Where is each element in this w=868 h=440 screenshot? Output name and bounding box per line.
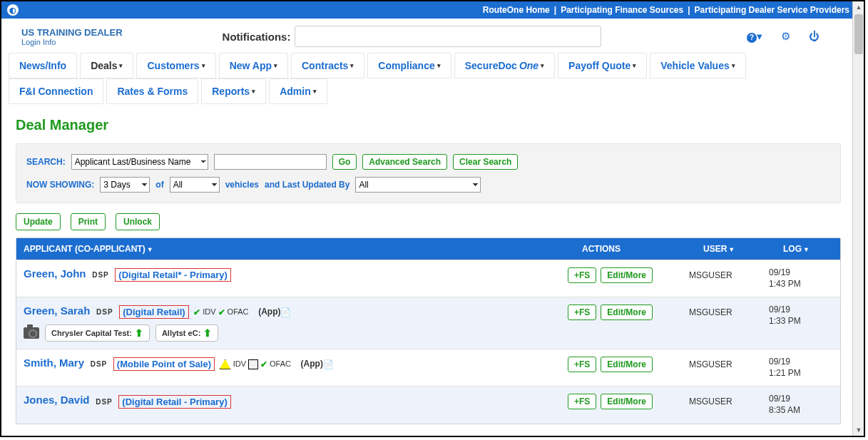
finance-source-pill[interactable]: Allytst eC:⬆ (155, 324, 218, 342)
topbar-link-home[interactable]: RouteOne Home (483, 5, 550, 15)
dealer-name: US TRAINING DEALER (21, 27, 123, 38)
check-icon: ✔ (218, 307, 225, 317)
print-button[interactable]: Print (71, 213, 106, 230)
source-tag[interactable]: (Mobile Point of Sale) (113, 357, 215, 371)
applicant-name-link[interactable]: Jones, David (24, 394, 90, 406)
user-cell: MSGUSER (689, 305, 769, 342)
table-header: APPLICANT (CO-APPLICANT)▼ ACTIONS USER▼ … (16, 238, 840, 260)
finance-source-pill[interactable]: Chrysler Capital Test:⬆ (45, 324, 150, 342)
vehicles-text: vehicles (225, 180, 259, 190)
dsp-badge: DSP (92, 271, 109, 279)
days-select[interactable]: 3 Days (100, 177, 150, 193)
camera-icon[interactable] (24, 327, 39, 339)
applicant-name-link[interactable]: Green, Sarah (24, 305, 90, 317)
idv-label: IDV (233, 359, 246, 369)
log-cell: 09/198:35 AM (769, 394, 833, 416)
tab-vehicle-values[interactable]: Vehicle Values▾ (650, 53, 746, 78)
edit-more-button[interactable]: Edit/More (601, 394, 653, 409)
vertical-scrollbar[interactable]: ▲ ▼ (852, 1, 864, 436)
edit-more-button[interactable]: Edit/More (601, 357, 653, 372)
table-row: Jones, David DSP (Digital Retail - Prima… (16, 386, 840, 423)
help-icon[interactable]: ?▾ (747, 30, 762, 43)
now-showing-label: NOW SHOWING: (26, 180, 94, 190)
page-title: Deal Manager (1, 104, 855, 143)
updated-by-select[interactable]: All (355, 177, 481, 193)
scroll-up-icon[interactable]: ▲ (853, 1, 864, 13)
tab-payoff-quote[interactable]: Payoff Quote▾ (558, 53, 647, 78)
idv-label: IDV (203, 307, 215, 317)
sort-caret-icon: ▼ (147, 246, 153, 253)
deals-table: APPLICANT (CO-APPLICANT)▼ ACTIONS USER▼ … (16, 237, 841, 424)
search-panel: SEARCH: Applicant Last/Business Name Go … (16, 143, 841, 203)
and-last-text: and Last Updated By (265, 180, 349, 190)
fs-button[interactable]: +FS (568, 357, 596, 372)
th-actions: ACTIONS (575, 238, 696, 260)
search-field-select[interactable]: Applicant Last/Business Name (71, 154, 208, 170)
ofac-label: OFAC (270, 359, 291, 369)
check-icon: ✔ (193, 307, 200, 317)
tab-new-app[interactable]: New App▾ (219, 53, 288, 78)
login-info-link[interactable]: Login Info (21, 38, 123, 46)
nav-row-2: F&I Connection Rates & Forms Reports▾ Ad… (1, 78, 855, 104)
notifications-label: Notifications: (223, 31, 291, 43)
user-cell: MSGUSER (689, 394, 769, 416)
th-log[interactable]: LOG▼ (776, 238, 840, 260)
dsp-badge: DSP (96, 398, 113, 406)
ofac-label: OFAC (228, 307, 249, 317)
applicant-name-link[interactable]: Green, John (24, 267, 86, 280)
tab-compliance[interactable]: Compliance▾ (367, 53, 451, 78)
th-applicant[interactable]: APPLICANT (CO-APPLICANT)▼ (16, 238, 575, 260)
applicant-name-link[interactable]: Smith, Mary (24, 357, 84, 369)
check-icon: ✔ (260, 359, 267, 369)
tab-fi-connection[interactable]: F&I Connection (9, 78, 103, 104)
fs-button[interactable]: +FS (568, 267, 596, 283)
header-row: US TRAINING DEALER Login Info Notificati… (1, 19, 855, 53)
edit-more-button[interactable]: Edit/More (601, 267, 653, 283)
notifications-input[interactable] (295, 26, 601, 47)
th-user[interactable]: USER▼ (696, 238, 776, 260)
doc-icon: 📄 (280, 307, 291, 317)
advanced-search-button[interactable]: Advanced Search (362, 154, 447, 170)
fs-button[interactable]: +FS (568, 394, 596, 409)
action-row: Update Print Unlock (1, 203, 855, 237)
tab-rates-forms[interactable]: Rates & Forms (106, 78, 198, 104)
arrow-up-icon: ⬆ (203, 327, 212, 339)
update-button[interactable]: Update (16, 213, 61, 230)
power-icon[interactable]: ⏻ (809, 30, 820, 43)
topbar-link-finance[interactable]: Participating Finance Sources (561, 5, 683, 15)
gray-box-icon (248, 359, 258, 369)
tab-securedoc-one[interactable]: SecureDocOne▾ (454, 53, 555, 78)
scroll-down-icon[interactable]: ▼ (853, 424, 864, 436)
app-label: (App) (258, 307, 280, 317)
tab-contracts[interactable]: Contracts▾ (291, 53, 364, 78)
settings-icon[interactable]: ⚙ (781, 30, 790, 43)
tab-admin[interactable]: Admin▾ (269, 78, 327, 104)
clear-search-button[interactable]: Clear Search (453, 154, 518, 170)
tab-deals[interactable]: Deals▾ (80, 53, 133, 78)
tab-customers[interactable]: Customers▾ (136, 53, 215, 78)
scrollbar-thumb[interactable] (854, 14, 863, 54)
go-button[interactable]: Go (332, 154, 357, 170)
source-tag[interactable]: (Digital Retail) (119, 305, 188, 319)
tab-news-info[interactable]: News/Info (9, 53, 77, 78)
dsp-badge: DSP (96, 308, 113, 316)
vehicles-select[interactable]: All (170, 177, 220, 193)
table-row: Green, John DSP (Digital Retail* - Prima… (16, 260, 840, 297)
tab-reports[interactable]: Reports▾ (201, 78, 266, 104)
log-cell: 09/191:21 PM (769, 357, 833, 379)
search-input[interactable] (214, 154, 327, 170)
fs-button[interactable]: +FS (568, 305, 596, 320)
log-cell: 09/191:33 PM (769, 305, 833, 342)
arrow-up-icon: ⬆ (135, 327, 143, 339)
logo-icon: ◐ (7, 4, 19, 16)
topbar: ◐ RouteOne Home | Participating Finance … (1, 1, 855, 19)
topbar-link-providers[interactable]: Participating Dealer Service Providers (695, 5, 849, 15)
edit-more-button[interactable]: Edit/More (601, 305, 653, 320)
unlock-button[interactable]: Unlock (116, 213, 160, 230)
doc-icon: 📄 (323, 359, 334, 369)
of-text: of (155, 180, 163, 190)
warning-icon (220, 359, 231, 369)
caret-icon: ▾ (119, 62, 123, 69)
source-tag[interactable]: (Digital Retail* - Primary) (115, 268, 230, 282)
source-tag[interactable]: (Digital Retail - Primary) (118, 395, 230, 409)
